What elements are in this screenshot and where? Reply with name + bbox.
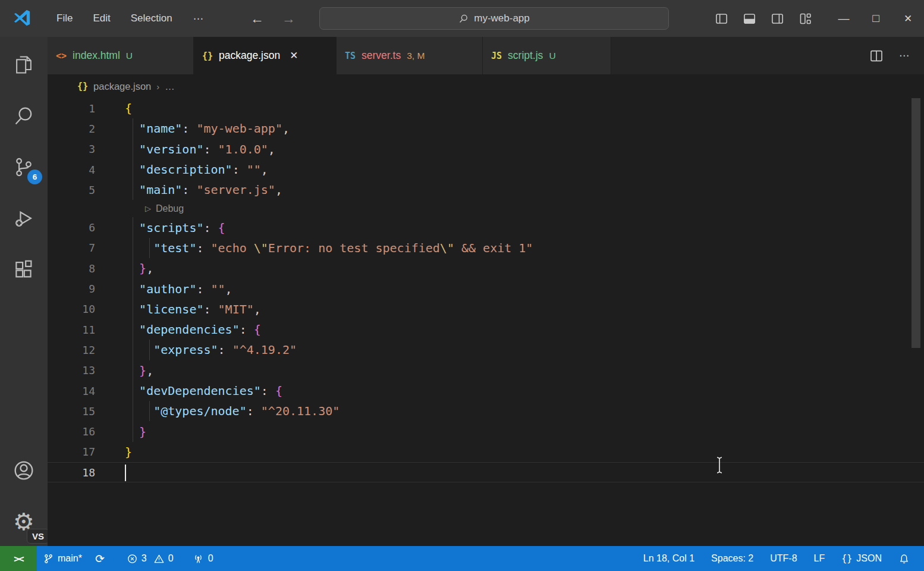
indent-guide bbox=[133, 340, 133, 360]
cursor-position[interactable]: Ln 18, Col 1 bbox=[635, 546, 703, 571]
line-number: 10 bbox=[48, 303, 125, 315]
ports-status[interactable]: 0 bbox=[186, 546, 220, 571]
title-bar: File Edit Selection ⋯ ← → my-web-app bbox=[0, 0, 924, 37]
code-lines: 1{2 "name": "my-web-app",3 "version": "1… bbox=[48, 98, 924, 482]
close-tab-icon[interactable]: ✕ bbox=[290, 49, 298, 62]
code-line: 18 bbox=[48, 462, 924, 482]
code-editor[interactable]: 1{2 "name": "my-web-app",3 "version": "1… bbox=[48, 98, 924, 546]
notifications-button[interactable] bbox=[890, 546, 918, 571]
tab-label: server.ts bbox=[362, 49, 401, 62]
run-debug-button[interactable] bbox=[9, 203, 39, 233]
line-number: 14 bbox=[48, 385, 125, 397]
code-line: 10 "license": "MIT", bbox=[48, 299, 924, 319]
codelens-debug[interactable]: ▷Debug bbox=[48, 200, 924, 217]
vertical-scrollbar[interactable] bbox=[912, 98, 920, 348]
sync-icon: ⟳ bbox=[95, 552, 105, 565]
breadcrumb-more[interactable]: … bbox=[165, 81, 175, 92]
menu-edit[interactable]: Edit bbox=[83, 8, 120, 30]
code-text: { bbox=[125, 101, 132, 115]
line-number: 17 bbox=[48, 445, 125, 458]
source-control-button[interactable]: 6 bbox=[9, 152, 39, 182]
tab-index-html[interactable]: <> index.html U bbox=[48, 37, 194, 74]
line-number: 12 bbox=[48, 344, 125, 356]
breadcrumb-file[interactable]: package.json bbox=[93, 81, 151, 92]
code-text: "dependencies": { bbox=[125, 322, 261, 337]
codelens-label: Debug bbox=[156, 203, 184, 214]
line-number: 16 bbox=[48, 425, 125, 438]
line-number: 5 bbox=[48, 184, 125, 196]
eol-setting[interactable]: LF bbox=[806, 546, 834, 571]
indent-guide bbox=[133, 118, 133, 139]
line-number: 18 bbox=[48, 466, 125, 479]
code-line: 9 "author": "", bbox=[48, 278, 924, 299]
braces-icon: {} bbox=[841, 553, 852, 564]
remote-indicator-button[interactable]: >< bbox=[0, 546, 37, 571]
code-text: "test": "echo \"Error: no test specified… bbox=[125, 241, 533, 255]
language-mode[interactable]: {} JSON bbox=[833, 546, 890, 571]
scm-badge: 6 bbox=[27, 170, 42, 184]
search-value: my-web-app bbox=[474, 12, 530, 24]
tab-decoration: 3, M bbox=[407, 51, 425, 61]
minimize-button[interactable]: — bbox=[828, 0, 860, 37]
warning-count: 0 bbox=[168, 553, 174, 564]
settings-button[interactable]: ⚙ VS bbox=[9, 507, 39, 537]
toggle-sidebar-right-icon[interactable] bbox=[771, 12, 784, 26]
account-button[interactable] bbox=[9, 456, 39, 485]
json-breadcrumb-icon: {} bbox=[77, 81, 88, 92]
tab-package-json[interactable]: {} package.json ✕ bbox=[194, 37, 337, 74]
toggle-panel-icon[interactable] bbox=[743, 12, 756, 26]
code-line: 4 "description": "", bbox=[48, 159, 924, 180]
menu-selection[interactable]: Selection bbox=[121, 8, 183, 30]
ts-file-icon: TS bbox=[345, 51, 356, 61]
customize-layout-icon[interactable] bbox=[799, 12, 812, 26]
tab-script-js[interactable]: JS script.js U bbox=[483, 37, 611, 74]
code-line: 13 }, bbox=[48, 360, 924, 381]
problems-status[interactable]: 3 0 bbox=[121, 546, 180, 571]
code-line: 8 }, bbox=[48, 258, 924, 278]
branch-status[interactable]: main* bbox=[37, 546, 89, 571]
command-center-search[interactable]: my-web-app bbox=[319, 7, 669, 30]
tab-bar: <> index.html U {} package.json ✕ TS ser… bbox=[48, 37, 924, 74]
account-icon bbox=[12, 459, 36, 482]
text-cursor bbox=[125, 465, 126, 481]
forward-arrow-icon[interactable]: → bbox=[282, 11, 296, 27]
extensions-button[interactable] bbox=[9, 255, 39, 284]
json-file-icon: {} bbox=[202, 51, 213, 61]
code-line: 12 "express": "^4.19.2" bbox=[48, 340, 924, 360]
code-line: 17} bbox=[48, 442, 924, 462]
menu-file[interactable]: File bbox=[46, 8, 83, 30]
encoding-setting[interactable]: UTF-8 bbox=[762, 546, 805, 571]
toggle-sidebar-left-icon[interactable] bbox=[715, 12, 728, 26]
maximize-icon: □ bbox=[872, 12, 879, 25]
code-text: } bbox=[125, 425, 146, 439]
code-text: "express": "^4.19.2" bbox=[125, 343, 297, 357]
indent-guide bbox=[149, 401, 150, 421]
code-text: "license": "MIT", bbox=[125, 302, 261, 316]
maximize-button[interactable]: □ bbox=[860, 0, 892, 37]
code-line: 14 "devDependencies": { bbox=[48, 381, 924, 401]
code-line: 1{ bbox=[48, 98, 924, 118]
radio-tower-icon bbox=[193, 553, 204, 564]
code-text: }, bbox=[125, 363, 153, 378]
code-text: "@types/node": "^20.11.30" bbox=[125, 404, 340, 418]
menu-more-icon[interactable]: ⋯ bbox=[183, 8, 216, 30]
tab-server-ts[interactable]: TS server.ts 3, M bbox=[337, 37, 483, 74]
back-arrow-icon[interactable]: ← bbox=[250, 11, 264, 27]
indent-guide bbox=[133, 278, 133, 299]
close-window-button[interactable]: ✕ bbox=[892, 0, 924, 37]
code-line: 11 "dependencies": { bbox=[48, 319, 924, 340]
split-editor-icon[interactable] bbox=[869, 49, 884, 63]
editor-more-actions-icon[interactable]: ⋯ bbox=[899, 49, 911, 62]
vscode-logo-icon bbox=[12, 8, 32, 29]
indentation-setting[interactable]: Spaces: 2 bbox=[703, 546, 762, 571]
code-line: 7 "test": "echo \"Error: no test specifi… bbox=[48, 238, 924, 258]
search-icon bbox=[12, 105, 35, 127]
js-file-icon: JS bbox=[491, 51, 502, 61]
explorer-button[interactable] bbox=[9, 50, 39, 80]
code-text: "scripts": { bbox=[125, 221, 225, 235]
sync-button[interactable]: ⟳ bbox=[89, 546, 111, 571]
search-view-button[interactable] bbox=[9, 101, 39, 131]
indent-guide bbox=[133, 319, 133, 340]
line-number: 2 bbox=[48, 123, 125, 135]
indent-guide bbox=[133, 421, 133, 441]
